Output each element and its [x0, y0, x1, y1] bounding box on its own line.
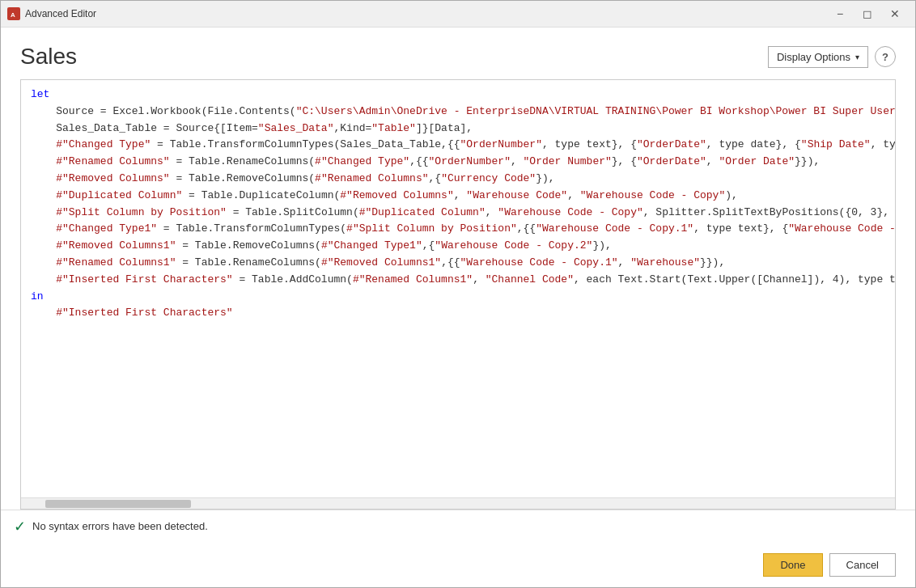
cancel-button[interactable]: Cancel	[829, 553, 896, 577]
app-icon: A	[7, 7, 20, 20]
editor-container: let Source = Excel.Workbook(File.Content…	[20, 79, 896, 510]
code-line	[21, 389, 895, 406]
code-line	[21, 322, 895, 339]
code-line	[21, 423, 895, 440]
code-line: #"Changed Type" = Table.TransformColumnT…	[21, 137, 895, 154]
header-row: Sales Display Options ▾ ?	[20, 44, 896, 70]
page-title: Sales	[20, 44, 77, 70]
close-button[interactable]: ✕	[881, 2, 909, 25]
code-line: #"Renamed Columns" = Table.RenameColumns…	[21, 154, 895, 171]
display-options-button[interactable]: Display Options ▾	[768, 46, 868, 68]
status-bar: ✓ No syntax errors have been detected.	[1, 510, 915, 542]
horizontal-scrollbar[interactable]	[21, 497, 895, 509]
minimize-button[interactable]: −	[826, 2, 854, 25]
code-line: #"Renamed Columns1" = Table.RenameColumn…	[21, 255, 895, 272]
footer: Done Cancel	[1, 542, 915, 587]
advanced-editor-window: A Advanced Editor − ◻ ✕ Sales Display Op…	[0, 0, 916, 588]
code-line: #"Changed Type1" = Table.TransformColumn…	[21, 221, 895, 238]
done-button[interactable]: Done	[763, 553, 822, 577]
code-line	[21, 406, 895, 423]
chevron-down-icon: ▾	[855, 53, 859, 61]
svg-text:A: A	[11, 11, 15, 19]
scrollbar-thumb[interactable]	[45, 500, 191, 508]
code-line: #"Removed Columns" = Table.RemoveColumns…	[21, 171, 895, 188]
code-editor[interactable]: let Source = Excel.Workbook(File.Content…	[21, 80, 895, 497]
code-line: #"Inserted First Characters" = Table.Add…	[21, 272, 895, 289]
code-line: Sales_Data_Table = Source{[Item="Sales_D…	[21, 121, 895, 137]
code-line: let	[21, 87, 895, 104]
code-line: #"Removed Columns1" = Table.RemoveColumn…	[21, 238, 895, 255]
content-area: Sales Display Options ▾ ? let	[1, 27, 915, 510]
window-controls: − ◻ ✕	[826, 2, 909, 25]
display-options-label: Display Options	[777, 51, 850, 63]
code-line: Source = Excel.Workbook(File.Contents("C…	[21, 104, 895, 121]
code-line	[21, 440, 895, 457]
code-line: #"Split Column by Position" = Table.Spli…	[21, 205, 895, 222]
code-line	[21, 339, 895, 356]
window-title: Advanced Editor	[25, 8, 826, 19]
code-line: #"Inserted First Characters"	[21, 305, 895, 322]
header-right: Display Options ▾ ?	[768, 46, 896, 68]
code-line: #"Duplicated Column" = Table.DuplicateCo…	[21, 188, 895, 205]
help-icon: ?	[882, 51, 888, 63]
restore-button[interactable]: ◻	[854, 2, 881, 25]
code-line: in	[21, 289, 895, 306]
code-line	[21, 356, 895, 373]
help-button[interactable]: ?	[875, 46, 896, 67]
status-check-icon: ✓	[14, 518, 26, 535]
title-bar: A Advanced Editor − ◻ ✕	[1, 1, 915, 27]
status-message: No syntax errors have been detected.	[32, 520, 208, 532]
code-line	[21, 373, 895, 390]
